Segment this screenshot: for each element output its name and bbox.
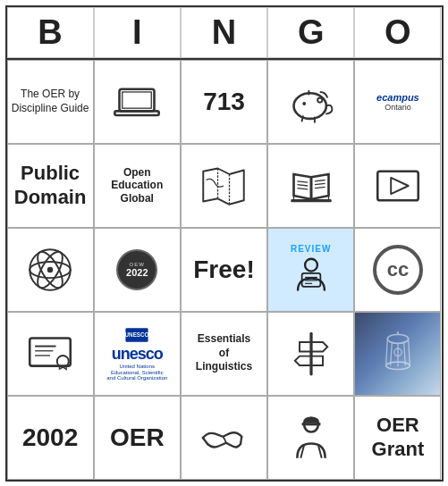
svg-line-17 (315, 187, 325, 188)
cell-r1c0: PublicDomain (7, 144, 94, 228)
svg-line-52 (241, 436, 242, 443)
oer-text: OER (110, 423, 165, 453)
cell-r2c1: OEW 2022 (94, 228, 181, 312)
svg-line-43 (386, 339, 388, 364)
unesco-emblem: UNESCO (123, 325, 151, 345)
svg-point-27 (305, 259, 317, 272)
svg-line-47 (409, 339, 410, 364)
reader-icon (291, 254, 332, 295)
oeweek-year: 2022 (126, 267, 148, 278)
cell-r0c1 (94, 60, 181, 144)
number-713: 713 (203, 87, 245, 117)
svg-point-4 (317, 97, 322, 102)
handshake-icon (200, 415, 247, 461)
cell-r0c0: The OER by Discipline Guide (7, 60, 94, 144)
cell-r3c1: UNESCO unesco United NationsEducational,… (94, 312, 181, 396)
unesco-block: UNESCO unesco United NationsEducational,… (106, 325, 167, 381)
worker-icon (288, 415, 334, 461)
cc-text: cc (387, 258, 409, 281)
cell-r0c2: 713 (181, 60, 267, 144)
book-open-icon (288, 163, 334, 209)
svg-line-12 (297, 180, 308, 181)
svg-marker-41 (294, 356, 322, 364)
video-play-icon (375, 163, 421, 209)
bingo-grid: The OER by Discipline Guide 713 (7, 58, 442, 480)
cell-r0c3 (267, 60, 354, 144)
cell-r4c0: 2002 (7, 396, 94, 480)
svg-rect-54 (301, 423, 320, 425)
linguistics-text: EssentialsofLinguistics (196, 332, 252, 374)
svg-rect-19 (377, 171, 418, 200)
unesco-sub-text: United NationsEducational, Scientificand… (106, 364, 167, 381)
cell-r3c2: EssentialsofLinguistics (181, 312, 267, 396)
cell-r4c1: OER (94, 396, 181, 480)
oeweek-block: OEW 2022 (116, 249, 157, 290)
svg-point-42 (387, 334, 408, 343)
svg-line-13 (297, 184, 308, 185)
svg-point-3 (293, 93, 325, 119)
cell-r2c4: cc (354, 228, 441, 312)
header-g: G (267, 7, 354, 58)
birdcage-icon (382, 331, 414, 376)
certificate-icon (27, 331, 73, 377)
cell-r3c0 (7, 312, 94, 396)
bingo-card: B I N G O The OER by Discipline Guide 71… (5, 5, 444, 482)
ecampus-label: ecampus (376, 92, 419, 103)
cell-r2c2: Free! (181, 228, 267, 312)
svg-rect-1 (123, 91, 152, 107)
header-b: B (7, 7, 94, 58)
public-domain-text: PublicDomain (14, 162, 87, 209)
cell-r4c4: OERGrant (354, 396, 441, 480)
review-label: REVIEW (291, 244, 331, 254)
cell-r4c2 (181, 396, 267, 480)
open-education-global-text: Open Education Global (98, 166, 176, 205)
year-2002: 2002 (22, 423, 78, 453)
cell-r1c1: Open Education Global (94, 144, 181, 228)
cell-r2c3-free: REVIEW (267, 228, 354, 312)
cell-r2c0: i (7, 228, 94, 312)
svg-marker-20 (391, 177, 409, 193)
svg-line-14 (297, 188, 308, 189)
cell-r1c3 (267, 144, 354, 228)
unesco-text: unesco (112, 345, 163, 364)
piggybank-icon (288, 79, 334, 125)
cell-r3c3 (267, 312, 354, 396)
svg-text:UNESCO: UNESCO (125, 331, 149, 338)
bingo-header: B I N G O (7, 7, 442, 58)
cell-r4c3 (267, 396, 354, 480)
svg-line-51 (203, 438, 207, 444)
cell-r3c4-birdcage (354, 312, 441, 396)
oer-grant-text: OERGrant (372, 414, 425, 461)
svg-line-15 (315, 180, 325, 180)
svg-point-5 (302, 102, 306, 105)
svg-line-16 (315, 183, 325, 184)
ecampus-ontario: Ontario (385, 103, 411, 112)
laptop-icon (114, 79, 160, 125)
cell-r1c4 (354, 144, 441, 228)
oer-discipline-text: The OER by Discipline Guide (12, 88, 89, 115)
svg-rect-18 (291, 198, 332, 201)
atom-info-icon: i (27, 247, 73, 293)
header-i: I (94, 7, 181, 58)
cell-r1c2 (181, 144, 267, 228)
svg-rect-2 (115, 111, 159, 115)
svg-rect-32 (30, 338, 71, 365)
header-n: N (181, 7, 267, 58)
free-text: Free! (193, 255, 254, 285)
cc-icon: cc (373, 245, 423, 295)
header-o: O (354, 7, 441, 58)
map-icon (200, 163, 247, 209)
oeweek-circle: OEW 2022 (116, 249, 157, 290)
signpost-icon (288, 331, 334, 377)
cell-r0c4: ecampus Ontario (354, 60, 441, 144)
svg-marker-40 (300, 342, 327, 351)
